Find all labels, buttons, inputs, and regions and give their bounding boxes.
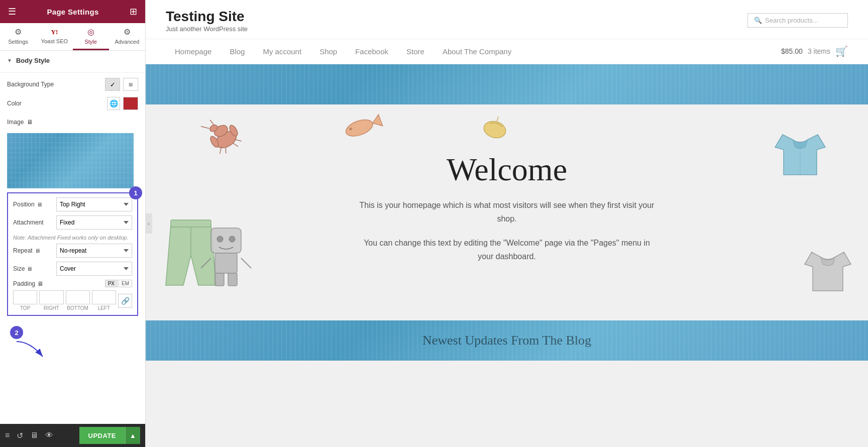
grid-icon[interactable]: ⊞: [130, 6, 137, 17]
tab-yoast[interactable]: Y! Yoast SEO: [36, 23, 72, 50]
svg-line-6: [217, 147, 224, 154]
body-style-section[interactable]: ▼ Body Style: [0, 51, 145, 70]
padding-link-btn[interactable]: 🔗: [118, 294, 132, 308]
nav-items: Homepage Blog My account Shop Facebook S…: [166, 39, 520, 64]
hero-center: Welcome This is your homepage which is w…: [346, 121, 668, 303]
background-type-label: Background Type: [7, 81, 54, 88]
bg-type-classic-btn[interactable]: ✓: [105, 78, 120, 91]
style-icon: ◎: [87, 27, 94, 37]
position-monitor-icon: 🖥: [37, 201, 42, 207]
padding-inputs: TOP RIGHT BOTTOM LEFT 🔗: [13, 290, 132, 311]
padding-header: Padding 🖥 PX EM: [13, 280, 132, 287]
hero-stripe-top: [146, 64, 868, 104]
search-box[interactable]: 🔍 Search products...: [747, 13, 848, 28]
background-settings-box: 1 Position 🖥 Default Top Left Top Center…: [7, 192, 138, 316]
image-preview[interactable]: [7, 133, 134, 188]
site-header: Testing Site Just another WordPress site…: [146, 0, 868, 39]
update-dropdown-btn[interactable]: ▲: [125, 427, 140, 444]
site-main: Welcome This is your homepage which is w…: [146, 64, 868, 447]
position-label: Position 🖥: [13, 201, 53, 208]
search-icon: 🔍: [754, 17, 762, 24]
svg-point-11: [209, 135, 220, 148]
size-select[interactable]: Default Auto Cover Contain: [56, 262, 132, 276]
site-tagline: Just another WordPress site: [166, 25, 248, 33]
update-btn-wrap: UPDATE ▲: [79, 427, 140, 444]
history-icon[interactable]: ↺: [17, 431, 23, 440]
nav-facebook[interactable]: Facebook: [346, 39, 397, 64]
attachment-label: Attachment: [13, 219, 53, 226]
padding-monitor-icon: 🖥: [37, 280, 43, 287]
layers-icon[interactable]: ≡: [5, 431, 10, 440]
annotation-arrow-svg: [10, 339, 50, 359]
px-btn[interactable]: PX: [105, 280, 118, 287]
padding-left-input[interactable]: [92, 290, 116, 304]
cart-price: $85.00: [781, 47, 803, 55]
panel-collapse-handle[interactable]: ‹: [145, 213, 152, 234]
hero-content: Welcome This is your homepage which is w…: [146, 104, 868, 320]
product-shirt-blue: [773, 120, 828, 187]
nav-store[interactable]: Store: [397, 39, 433, 64]
bg-type-gradient-btn[interactable]: ▩: [123, 78, 138, 91]
annotation-2-group: 2: [10, 326, 50, 359]
desktop-icon[interactable]: 🖥: [30, 431, 38, 440]
size-monitor-icon: 🖥: [27, 266, 32, 272]
repeat-row: Repeat 🖥 Default No-repeat Repeat Repeat…: [13, 244, 132, 258]
nav-homepage[interactable]: Homepage: [166, 39, 221, 64]
annotation-badge-2: 2: [10, 326, 23, 339]
nav-blog[interactable]: Blog: [221, 39, 254, 64]
repeat-monitor-icon: 🖥: [35, 248, 40, 254]
body-style-label: Body Style: [16, 57, 50, 64]
background-type-row: Background Type ✓ ▩: [0, 75, 145, 94]
svg-line-4: [201, 123, 209, 131]
color-swatch[interactable]: [123, 97, 138, 110]
site-branding: Testing Site Just another WordPress site: [166, 8, 248, 33]
panel-body: ▼ Body Style Background Type ✓ ▩ Color 🌐…: [0, 51, 145, 447]
svg-line-16: [497, 117, 498, 122]
update-button[interactable]: UPDATE: [79, 427, 125, 444]
svg-line-5: [210, 119, 214, 126]
padding-bottom-input[interactable]: [66, 290, 90, 304]
svg-line-7: [223, 147, 229, 153]
panel-tabs: ⚙ Settings Y! Yoast SEO ◎ Style ⚙ Advanc…: [0, 23, 145, 51]
color-globe-btn[interactable]: 🌐: [107, 97, 120, 110]
tab-settings[interactable]: ⚙ Settings: [0, 23, 36, 50]
annotation-2-area: 2: [7, 321, 138, 351]
product-jeans: [161, 215, 221, 297]
position-select[interactable]: Default Top Left Top Center Top Right Ce…: [56, 197, 132, 211]
repeat-select[interactable]: Default No-repeat Repeat Repeat-x Repeat…: [56, 244, 132, 258]
padding-bottom-wrap: BOTTOM: [66, 290, 90, 311]
nav-about[interactable]: About The Company: [433, 39, 520, 64]
tab-style[interactable]: ◎ Style: [73, 23, 109, 50]
svg-rect-23: [228, 273, 237, 286]
nav-shop[interactable]: Shop: [310, 39, 346, 64]
bg-type-controls: ✓ ▩: [105, 78, 138, 91]
hero-body-2: You can change this text by editing the …: [356, 236, 658, 263]
padding-top-wrap: TOP: [13, 290, 37, 311]
padding-right-input[interactable]: [39, 290, 63, 304]
svg-point-26: [217, 236, 223, 242]
annotation-badge-1: 1: [129, 186, 142, 199]
yoast-icon: Y!: [51, 28, 58, 36]
eye-icon[interactable]: 👁: [45, 431, 53, 440]
svg-line-24: [201, 258, 211, 268]
nav-myaccount[interactable]: My account: [254, 39, 310, 64]
tab-advanced[interactable]: ⚙ Advanced: [109, 23, 145, 50]
svg-rect-20: [211, 228, 241, 253]
svg-point-10: [228, 124, 239, 137]
section-arrow: ▼: [7, 58, 12, 63]
attachment-select[interactable]: Default Scroll Fixed: [56, 215, 132, 230]
monitor-icon: 🖥: [27, 119, 33, 126]
svg-rect-19: [171, 220, 211, 227]
site-nav: Homepage Blog My account Shop Facebook S…: [146, 39, 868, 64]
svg-line-25: [241, 258, 251, 268]
hamburger-icon[interactable]: ☰: [8, 6, 16, 17]
attachment-note: Note: Attachment Fixed works only on des…: [13, 234, 132, 244]
em-btn[interactable]: EM: [119, 280, 132, 287]
cart-icon[interactable]: 🛒: [835, 45, 848, 57]
attachment-row: Attachment Default Scroll Fixed: [13, 215, 132, 230]
svg-rect-21: [215, 253, 237, 273]
padding-top-input[interactable]: [13, 290, 37, 304]
nav-cart: $85.00 3 items 🛒: [781, 45, 848, 57]
product-robot: [196, 218, 256, 290]
blog-stripe-text: Newest Updates From The Blog: [422, 333, 591, 348]
